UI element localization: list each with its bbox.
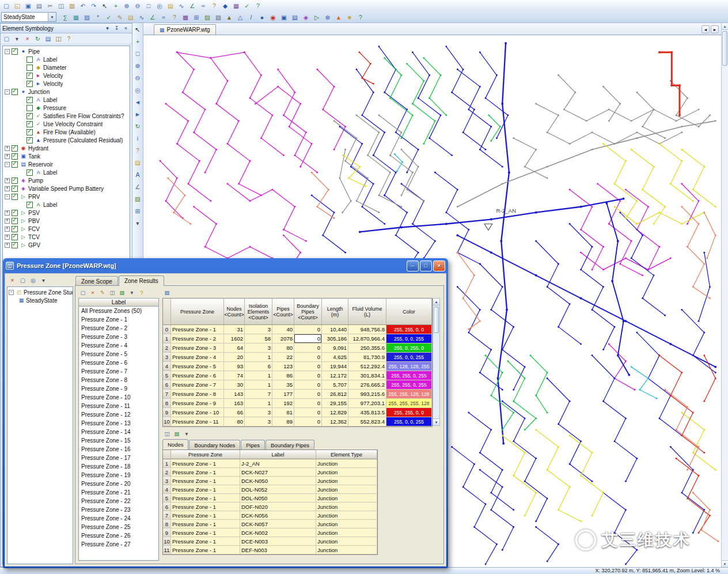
- cell-fluid-volume[interactable]: 993,215.6: [348, 390, 386, 399]
- cell-length[interactable]: 305,186: [322, 334, 348, 343]
- zoom-next-icon[interactable]: ►: [133, 109, 143, 118]
- tree-checkbox[interactable]: [12, 242, 18, 248]
- cell-color[interactable]: 255, 0, 0, 255: [386, 334, 432, 343]
- cell-element-type[interactable]: Junction: [316, 546, 377, 554]
- cell-pressure-zone[interactable]: Pressure Zone - 1: [171, 511, 240, 520]
- calculation-options-icon[interactable]: *: [93, 13, 103, 22]
- validate-icon[interactable]: ✓: [104, 13, 114, 22]
- cell-nodes-count[interactable]: 31: [224, 325, 245, 334]
- symbology-tree-item[interactable]: ▣ Tank: [3, 152, 130, 160]
- edit-icon[interactable]: ✎: [98, 288, 107, 297]
- tank-tool-icon[interactable]: ▣: [279, 13, 289, 22]
- symbology-tree-item[interactable]: ▷ PSV: [3, 209, 130, 217]
- help-icon[interactable]: ?: [137, 288, 146, 297]
- list-item[interactable]: Pressure Zone - 17: [79, 454, 158, 462]
- cell-fluid-volume[interactable]: 12,870,966.4: [348, 334, 386, 343]
- cell-isolation-elements-count[interactable]: 7: [245, 390, 272, 399]
- cell-isolation-elements-count[interactable]: 1: [245, 380, 272, 390]
- cut-icon[interactable]: ✂: [45, 1, 55, 10]
- tree-expander[interactable]: [5, 218, 10, 224]
- delete-icon[interactable]: ×: [22, 34, 32, 43]
- selection-set-icon[interactable]: ▩: [180, 13, 191, 22]
- aerial-view-icon[interactable]: ▨: [133, 194, 143, 203]
- list-item[interactable]: Pressure Zone - 19: [79, 471, 158, 479]
- cell-label[interactable]: DCK-N050: [240, 477, 316, 485]
- scenario-combo[interactable]: SteadyState: [1, 12, 56, 22]
- cell-boundary-pipes-count[interactable]: 0: [294, 417, 322, 426]
- graphs-icon[interactable]: ∿: [136, 13, 147, 22]
- label-tool-icon[interactable]: A: [133, 170, 143, 179]
- tree-checkbox[interactable]: [26, 137, 33, 144]
- studies-tree-child[interactable]: SteadyState: [9, 296, 73, 304]
- cell-color[interactable]: 255, 0, 255, 0: [386, 343, 432, 353]
- list-item[interactable]: Pressure Zone - 16: [79, 445, 158, 454]
- cell-pipes-count[interactable]: 192: [272, 399, 294, 408]
- cell-pipes-count[interactable]: 81: [272, 408, 294, 417]
- cell-fluid-volume[interactable]: 977,203.1: [348, 399, 386, 408]
- tree-checkbox[interactable]: [26, 65, 33, 71]
- cell-pressure-zone[interactable]: Pressure Zone - 1: [171, 494, 240, 503]
- minimize-button[interactable]: ─: [407, 260, 419, 271]
- scroll-down-icon[interactable]: [722, 560, 728, 567]
- cell-boundary-pipes-count[interactable]: 0: [294, 325, 322, 334]
- cell-color[interactable]: 255, 0, 0, 255: [386, 353, 432, 362]
- tree-expander[interactable]: [20, 73, 25, 78]
- cell-nodes-count[interactable]: 64: [224, 343, 245, 353]
- valve-tool-icon[interactable]: ▷: [312, 13, 322, 22]
- cell-element-type[interactable]: Junction: [316, 459, 377, 468]
- cell-pipes-count[interactable]: 80: [272, 343, 294, 353]
- tree-expander[interactable]: [20, 202, 25, 207]
- cell-isolation-elements-count[interactable]: 1: [245, 371, 272, 380]
- cell-boundary-pipes-count[interactable]: 0: [294, 380, 322, 390]
- cell-length[interactable]: 9,091: [322, 343, 348, 353]
- cell-pressure-zone[interactable]: Pressure Zone - 7: [171, 380, 224, 390]
- cell-fluid-volume[interactable]: 948,756.8: [348, 325, 386, 334]
- zoom-extents-icon[interactable]: ◎: [133, 85, 143, 94]
- cell-pressure-zone[interactable]: Pressure Zone - 5: [171, 362, 224, 371]
- search-icon[interactable]: ◎: [28, 276, 38, 285]
- new-icon[interactable]: ▢: [2, 34, 12, 43]
- cell-element-type[interactable]: Junction: [316, 468, 377, 477]
- zoom-window-icon[interactable]: □: [143, 1, 154, 10]
- close-button[interactable]: ×: [433, 260, 445, 271]
- list-item[interactable]: Pressure Zone - 4: [79, 341, 158, 350]
- list-item[interactable]: Pressure Zone - 2: [79, 324, 158, 333]
- list-item[interactable]: Pressure Zone - 10: [79, 393, 158, 402]
- tab-pipes[interactable]: Pipes: [241, 440, 265, 450]
- tree-checkbox[interactable]: [12, 234, 18, 240]
- cell-fluid-volume[interactable]: 512,292.4: [348, 362, 386, 371]
- cell-pressure-zone[interactable]: Pressure Zone - 1: [171, 520, 240, 528]
- cell-element-type[interactable]: Junction: [316, 528, 377, 537]
- cell-length[interactable]: 26,812: [322, 390, 348, 399]
- symbology-tree-item[interactable]: ▷ TCV: [3, 233, 130, 241]
- cell-nodes-count[interactable]: 143: [224, 390, 245, 399]
- hydrant-tool-icon[interactable]: ◉: [268, 13, 278, 22]
- tree-checkbox[interactable]: [12, 89, 18, 95]
- tree-checkbox[interactable]: [26, 56, 33, 63]
- tree-checkbox[interactable]: [12, 178, 18, 184]
- cell-length[interactable]: 5,707: [322, 380, 348, 390]
- cell-nodes-count[interactable]: 20: [224, 353, 245, 362]
- fire-flow-icon[interactable]: ▲: [333, 13, 344, 22]
- symbology-tree-item[interactable]: A Label: [3, 96, 130, 104]
- dialog-title-bar[interactable]: Pressure Zone [PzoneWARP.wtg] ─□×: [5, 258, 446, 273]
- cell-pressure-zone[interactable]: Pressure Zone - 1: [171, 477, 240, 485]
- report-icon[interactable]: ▤: [172, 429, 181, 438]
- network-navigator-icon[interactable]: ⊞: [133, 206, 143, 215]
- cell-label[interactable]: DCE-N003: [240, 537, 316, 546]
- studies-tree-root[interactable]: Pressure Zone Studies: [9, 288, 73, 296]
- cell-pressure-zone[interactable]: Pressure Zone - 3: [171, 343, 224, 353]
- report-icon[interactable]: ▤: [43, 34, 53, 43]
- select-icon[interactable]: ↖: [133, 25, 143, 33]
- boundary-icon[interactable]: △: [235, 13, 245, 22]
- cell-color[interactable]: 255, 255, 128, 128: [386, 390, 432, 399]
- symbology-tree-item[interactable]: ◈ Variable Speed Pump Battery: [3, 184, 130, 192]
- scrollbar-thumb[interactable]: [722, 31, 727, 66]
- cell-length[interactable]: 29,155: [322, 399, 348, 408]
- cell-isolation-elements-count[interactable]: 58: [245, 334, 272, 343]
- tab-boundary-nodes[interactable]: Boundary Nodes: [189, 440, 240, 450]
- list-item[interactable]: Pressure Zone - 23: [79, 505, 158, 514]
- tree-expander[interactable]: [20, 97, 25, 103]
- cell-pressure-zone[interactable]: Pressure Zone - 11: [171, 417, 224, 426]
- query-icon[interactable]: ?: [133, 146, 143, 154]
